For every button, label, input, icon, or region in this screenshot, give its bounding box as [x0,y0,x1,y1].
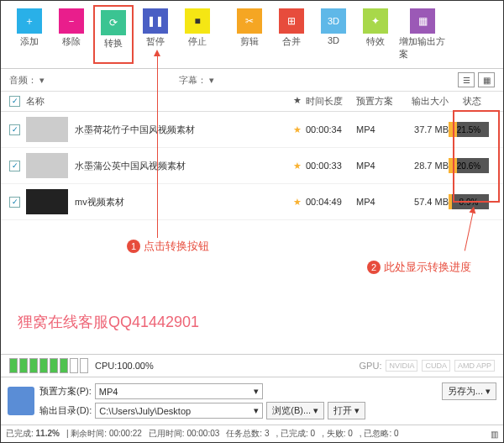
thumbnail [26,189,68,214]
cpu-bar[interactable] [9,358,18,373]
row-preset: MP4 [356,161,398,171]
cpu-bar[interactable] [70,358,78,373]
add-button[interactable]: ＋添加 [9,5,50,64]
row-size: 37.7 MB [398,124,449,134]
cpu-bar[interactable] [19,358,28,373]
row-duration: 00:00:34 [306,124,356,134]
convert-button[interactable]: ⟳转换 [93,5,134,64]
col-duration[interactable]: 时间长度 [306,95,356,108]
gpu-tag: NVIDIA [386,360,417,372]
effects-button[interactable]: ✦特效 [355,5,396,64]
remove-button[interactable]: －移除 [51,5,92,64]
thumbnail [26,117,68,142]
row-checkbox[interactable]: ✓ [9,197,20,208]
row-name: mv视频素材 [75,196,289,208]
gpu-tag: CUDA [422,360,450,372]
stop-button[interactable]: ■停止 [177,5,218,64]
bottom-panel: CPU:100.00% GPU: NVIDIA CUDA AMD APP 预置方… [1,354,503,442]
watermark: 狸窝在线客服QQ41442901 [18,312,199,332]
row-duration: 00:04:49 [306,197,356,207]
row-size: 28.7 MB [398,161,449,171]
file-icon [8,387,34,415]
browse-button[interactable]: 浏览(B)... ▾ [266,402,324,419]
gpu-tag: AMD APP [454,360,495,372]
output-select[interactable]: C:\Users\July\Desktop▾ [95,403,263,419]
main-toolbar: ＋添加 －移除 ⟳转换 ❚❚暂停 ■停止 ✂剪辑 ⊞合并 3D3D ✦特效 ▦增… [1,1,503,69]
col-size[interactable]: 输出大小 [398,95,449,108]
col-star[interactable]: ★ [289,95,306,108]
row-size: 57.4 MB [398,197,449,207]
status-line: 已完成: 11.2% | 剩余时间: 00:00:22 已用时间: 00:00:… [1,425,503,442]
row-preset: MP4 [356,197,398,207]
table-header: ✓ 名称 ★ 时间长度 预置方案 输出大小 状态 [1,92,503,112]
annotation-1: 1点击转换按钮 [127,239,209,254]
thumbnail [26,153,68,178]
cpu-bar[interactable] [60,358,68,373]
table-row[interactable]: ✓ mv视频素材 ★ 00:04:49 MP4 57.4 MB 8.9% [1,184,503,220]
view-grid-icon[interactable]: ▦ [478,72,495,87]
options-row: 音频： ▾ 字幕： ▾ ☰ ▦ [1,69,503,92]
favorite-icon[interactable]: ★ [289,124,306,135]
row-status: 8.9% [449,194,495,209]
saveas-button[interactable]: 另存为... ▾ [442,382,496,400]
table-row[interactable]: ✓ 水墨荷花竹子中国风视频素材 ★ 00:00:34 MP4 37.7 MB 2… [1,112,503,148]
row-status: 21.5% [449,122,495,137]
row-checkbox[interactable]: ✓ [9,161,20,171]
col-status[interactable]: 状态 [449,95,495,108]
row-preset: MP4 [356,124,398,134]
subtitle-option[interactable]: 字幕： ▾ [179,74,214,87]
table-row[interactable]: ✓ 水墨蒲公英中国风视频素材 ★ 00:00:33 MP4 28.7 MB 20… [1,148,503,184]
cpu-row: CPU:100.00% GPU: NVIDIA CUDA AMD APP [1,354,503,377]
output-label: 输出目录(D): [39,404,92,417]
cpu-bar[interactable] [80,358,88,373]
row-status: 20.6% [449,158,495,173]
expand-icon[interactable]: ▥ [491,430,498,439]
add-output-button[interactable]: ▦增加输出方案 [397,5,448,64]
preset-label: 预置方案(P): [39,385,92,398]
row-name: 水墨荷花竹子中国风视频素材 [75,124,289,136]
row-name: 水墨蒲公英中国风视频素材 [75,160,289,172]
merge-button[interactable]: ⊞合并 [271,5,312,64]
row-checkbox[interactable]: ✓ [9,124,20,135]
cpu-bar[interactable] [50,358,58,373]
favorite-icon[interactable]: ★ [289,197,306,208]
pause-button[interactable]: ❚❚暂停 [135,5,176,64]
3d-button[interactable]: 3D3D [313,5,354,64]
gpu-label: GPU: [360,361,382,371]
settings-row: 预置方案(P): MP4▾ 另存为... ▾ 输出目录(D): C:\Users… [1,377,503,425]
col-preset[interactable]: 预置方案 [356,95,398,108]
cpu-bar[interactable] [29,358,38,373]
row-duration: 00:00:33 [306,161,356,171]
cut-button[interactable]: ✂剪辑 [229,5,270,64]
cpu-label: CPU:100.00% [95,361,154,371]
cpu-bar[interactable] [39,358,48,373]
view-list-icon[interactable]: ☰ [458,72,475,87]
file-list: ✓ 水墨荷花竹子中国风视频素材 ★ 00:00:34 MP4 37.7 MB 2… [1,112,503,220]
audio-option[interactable]: 音频： ▾ [9,74,45,87]
open-button[interactable]: 打开 ▾ [328,402,365,419]
check-all[interactable]: ✓ [9,96,20,107]
preset-select[interactable]: MP4▾ [95,383,263,399]
favorite-icon[interactable]: ★ [289,161,306,171]
annotation-2: 2此处显示转换进度 [367,260,471,275]
col-name[interactable]: 名称 [26,95,289,108]
